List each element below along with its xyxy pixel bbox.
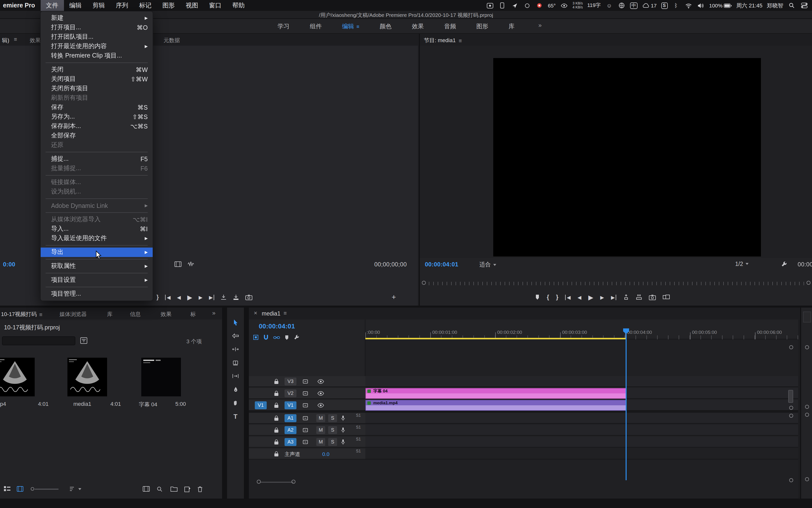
extract-button[interactable]	[636, 294, 642, 300]
hand-tool-icon[interactable]	[228, 397, 243, 409]
solo-button[interactable]: S	[328, 438, 337, 446]
menubar-user-name[interactable]: 郑晓智	[767, 2, 783, 9]
track-content-v3[interactable]	[365, 376, 798, 387]
device-icon[interactable]	[498, 1, 506, 9]
vscroll-top-handle[interactable]	[789, 345, 793, 349]
control-center-icon[interactable]	[800, 1, 808, 9]
track-name-button[interactable]: A1	[285, 414, 296, 422]
menu-item-convert-premiere-clip[interactable]: 转换 Premiere Clip 项目...	[41, 51, 153, 60]
globe-icon[interactable]	[618, 1, 626, 9]
network-speed-readout[interactable]: 3 KB/s 4 KB/s	[573, 1, 583, 9]
clip-thumbnail[interactable]	[67, 358, 107, 396]
go-to-in-button[interactable]: ◀	[165, 294, 171, 300]
workspace-tab-assembly[interactable]: 组件	[310, 22, 322, 31]
track-lock-icon[interactable]	[274, 390, 279, 396]
menu-item-import-recent-file[interactable]: 导入最近使用的文件▶	[41, 234, 153, 243]
clip-name[interactable]: 字幕 04	[139, 401, 157, 408]
workspace-tab-editing[interactable]: 编辑 ≡	[342, 22, 360, 31]
timeline-upper-empty-area[interactable]	[365, 339, 798, 376]
voiceover-mic-icon[interactable]	[341, 415, 345, 421]
menu-item-close[interactable]: 关闭⌘W	[41, 65, 153, 74]
play-button[interactable]: ▶	[588, 293, 593, 301]
menu-help[interactable]: 帮助	[227, 0, 250, 11]
sync-lock-icon[interactable]	[302, 402, 308, 408]
menu-item-save-all[interactable]: 全部保存	[41, 131, 153, 140]
program-time-ruler[interactable]	[429, 282, 806, 285]
source-clip-tab-truncated[interactable]: 辑)	[2, 37, 9, 44]
playback-resolution-dropdown[interactable]: 1/2	[735, 261, 749, 267]
program-video-frame[interactable]	[493, 58, 761, 256]
list-view-button[interactable]	[4, 486, 10, 492]
workspace-tab-learning[interactable]: 学习	[278, 22, 289, 31]
program-current-timecode[interactable]: 00:00:04:01	[425, 261, 458, 268]
menu-item-project-manager[interactable]: 项目管理...	[41, 289, 153, 299]
track-lock-icon[interactable]	[274, 379, 279, 384]
project-item[interactable]: media1 4:01	[50, 355, 122, 410]
hscroll-left-handle[interactable]	[257, 480, 261, 484]
track-output-eye-icon[interactable]	[317, 391, 324, 396]
thumbnail-zoom-handle[interactable]	[31, 487, 34, 491]
menu-item-save-as[interactable]: 另存为...⇧⌘S	[41, 112, 153, 122]
timeline-clip-video[interactable]: media1.mp4	[365, 400, 626, 411]
project-overflow-icon[interactable]: »	[212, 309, 216, 316]
timeline-tab-close-icon[interactable]: ×	[254, 309, 257, 316]
add-marker-icon[interactable]	[285, 335, 289, 340]
solo-button[interactable]: S	[328, 426, 337, 434]
selection-tool-icon[interactable]	[228, 316, 243, 328]
menu-item-open-recent[interactable]: 打开最近使用的内容▶	[41, 42, 153, 51]
word-count-readout[interactable]: 119字	[587, 2, 601, 9]
tab-metadata-panel[interactable]: 元数据	[163, 37, 180, 44]
mark-out-button[interactable]: }	[556, 294, 558, 301]
step-forward-button[interactable]: ▶	[600, 294, 604, 300]
vscroll-track-handle[interactable]	[788, 390, 793, 403]
razor-tool-icon[interactable]	[228, 357, 243, 369]
tab-media-browser[interactable]: 媒体浏览器	[59, 310, 87, 318]
project-search-input[interactable]	[2, 336, 75, 345]
menu-item-close-all-projects[interactable]: 关闭所有项目	[41, 84, 153, 93]
menu-item-capture[interactable]: 捕捉...F5	[41, 154, 153, 164]
status-dot-icon[interactable]	[523, 1, 531, 9]
project-item[interactable]: 字幕 04 5:00	[123, 355, 195, 410]
volume-icon[interactable]	[697, 1, 705, 9]
workspace-tab-menu-icon[interactable]: ≡	[356, 24, 360, 29]
program-panel-menu-icon[interactable]: ≡	[459, 37, 462, 43]
track-content-a3[interactable]	[365, 436, 798, 448]
mute-button[interactable]: M	[316, 426, 325, 434]
track-name-button[interactable]: A2	[285, 426, 296, 434]
sync-lock-icon[interactable]	[302, 415, 308, 421]
menu-clip[interactable]: 剪辑	[87, 0, 110, 11]
step-back-button[interactable]: ◀	[177, 294, 181, 300]
clip-thumbnail[interactable]	[141, 358, 181, 396]
track-name-button[interactable]: V2	[285, 389, 296, 397]
tab-effects[interactable]: 效果	[160, 310, 172, 318]
strip-scroll-handle[interactable]	[805, 477, 809, 481]
delete-trash-button[interactable]	[197, 486, 203, 492]
workspace-tab-audio[interactable]: 音频	[444, 22, 456, 31]
lift-button[interactable]	[623, 294, 629, 300]
sort-icons-button[interactable]	[69, 486, 81, 492]
track-name-button[interactable]: V1	[285, 401, 296, 409]
overwrite-button[interactable]	[233, 294, 239, 300]
button-editor-add-button[interactable]: +	[392, 293, 396, 301]
master-track-level[interactable]: 0.0	[322, 451, 329, 457]
program-panel-title[interactable]: 节目: media1	[424, 37, 456, 44]
mark-in-button[interactable]: {	[547, 294, 549, 301]
input-method-badge[interactable]: 中	[630, 2, 637, 9]
new-bin-button[interactable]	[171, 486, 178, 492]
slip-tool-icon[interactable]	[228, 370, 243, 382]
screen-record-icon[interactable]	[486, 1, 494, 9]
track-name-button[interactable]: V3	[285, 378, 296, 385]
play-button[interactable]: ▶	[187, 293, 192, 301]
zoom-scroll-right-handle[interactable]	[807, 281, 811, 285]
snap-magnet-icon[interactable]	[263, 334, 269, 340]
menu-graphics[interactable]: 图形	[157, 0, 180, 11]
wifi-icon[interactable]	[684, 1, 692, 9]
menu-item-save-copy[interactable]: 保存副本...⌥⌘S	[41, 122, 153, 131]
project-name-label[interactable]: 10-17视频打码.prproj	[4, 324, 60, 332]
add-marker-button[interactable]	[535, 294, 540, 300]
strip-scroll-handle[interactable]	[805, 405, 809, 409]
voiceover-mic-icon[interactable]	[341, 427, 345, 433]
hscroll-right-handle[interactable]	[291, 480, 295, 484]
tab-markers-truncated[interactable]: 标	[190, 310, 196, 318]
strip-scroll-handle[interactable]	[805, 413, 809, 417]
